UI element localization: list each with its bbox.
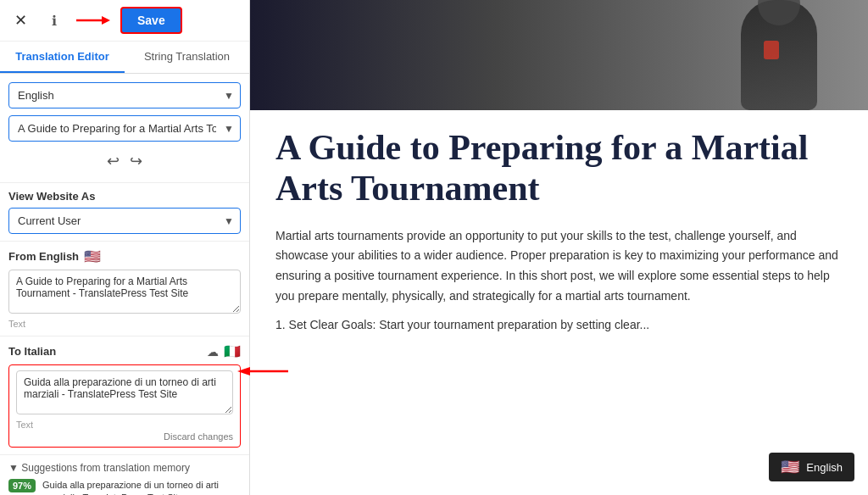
to-label: To Italian <box>8 345 56 358</box>
to-section-wrapper: Text Discard changes <box>8 364 241 448</box>
right-panel: A Guide to Preparing for a Martial Arts … <box>250 0 868 495</box>
article-title: A Guide to Preparing for a Martial Arts … <box>275 127 843 209</box>
save-button[interactable]: Save <box>120 7 182 34</box>
toolbar-arrow-annotation <box>76 12 110 29</box>
nav-arrows: ↩ ↪ <box>8 148 241 174</box>
article-body: A Guide to Preparing for a Martial Arts … <box>250 110 868 361</box>
article-body-text: Martial arts tournaments provide an oppo… <box>275 226 843 307</box>
red-arrow-icon <box>76 12 110 29</box>
toolbar: ✕ ℹ Save <box>0 0 249 42</box>
left-panel: ✕ ℹ Save Translation Editor String Trans… <box>0 0 250 495</box>
suggestion-score: 97% <box>8 479 36 492</box>
article-hero-image <box>250 0 868 110</box>
discard-row: Discard changes <box>16 431 233 442</box>
suggestion-text-block: Guida alla preparazione di un torneo di … <box>42 479 241 495</box>
view-website-dropdown[interactable]: Current User Guest Administrator <box>8 208 241 234</box>
svg-marker-1 <box>102 16 110 25</box>
to-section: To Italian ☁ 🇮🇹 Text Discard changes <box>0 336 249 454</box>
tabs-bar: Translation Editor String Translation <box>0 42 249 74</box>
view-website-label: View Website As <box>8 190 241 203</box>
cloud-icon: ☁ <box>207 345 219 359</box>
post-dropdown-wrap: A Guide to Preparing for a Martial Arts … <box>8 115 241 142</box>
suggestions-toggle[interactable]: ▼ Suggestions from translation memory <box>8 462 241 474</box>
next-arrow-button[interactable]: ↪ <box>130 152 142 170</box>
from-textarea[interactable] <box>8 270 241 314</box>
from-flag-icon: 🇺🇸 <box>84 248 101 264</box>
panel-top-section: English Italian French ▼ A Guide to Prep… <box>0 74 249 182</box>
close-button[interactable]: ✕ <box>8 8 32 32</box>
language-dropdown[interactable]: English Italian French <box>8 82 241 108</box>
from-section: From English 🇺🇸 Text <box>0 241 249 336</box>
tab-translation-editor[interactable]: Translation Editor <box>0 42 125 73</box>
discard-button[interactable]: Discard changes <box>164 431 233 442</box>
from-label: From English <box>8 250 79 263</box>
suggestion-text: Guida alla preparazione di un torneo di … <box>42 479 241 495</box>
article-list-item: 1. Set Clear Goals: Start your tournamen… <box>275 315 843 336</box>
badge-flag-icon: 🇺🇸 <box>781 458 799 476</box>
suggestions-section: ▼ Suggestions from translation memory 97… <box>0 454 249 495</box>
prev-arrow-button[interactable]: ↩ <box>107 152 120 170</box>
from-text-label: Text <box>8 319 241 329</box>
post-dropdown[interactable]: A Guide to Preparing for a Martial Arts … <box>8 115 241 142</box>
language-badge[interactable]: 🇺🇸 English <box>769 453 854 481</box>
suggestion-item: 97% Guida alla preparazione di un torneo… <box>8 479 241 495</box>
to-header: To Italian ☁ 🇮🇹 <box>8 343 241 359</box>
from-header: From English 🇺🇸 <box>8 248 241 264</box>
to-textarea[interactable] <box>16 370 233 414</box>
to-flag-icon: 🇮🇹 <box>224 343 241 359</box>
badge-label: English <box>806 461 843 474</box>
view-website-section: View Website As Current User Guest Admin… <box>0 182 249 241</box>
to-text-label: Text <box>16 420 233 430</box>
tab-string-translation[interactable]: String Translation <box>125 42 249 73</box>
language-dropdown-wrap: English Italian French ▼ <box>8 82 241 108</box>
info-button[interactable]: ℹ <box>42 8 66 32</box>
view-website-dropdown-wrap: Current User Guest Administrator ▼ <box>8 208 241 234</box>
